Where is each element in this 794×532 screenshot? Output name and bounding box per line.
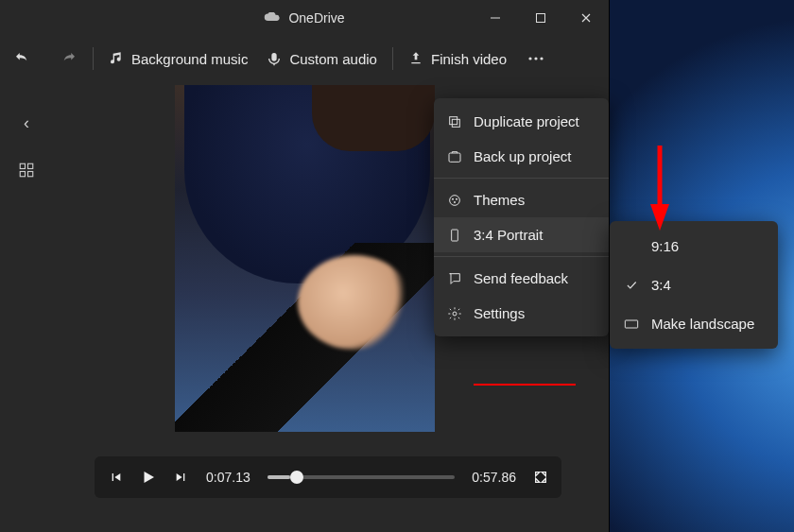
music-icon	[109, 51, 124, 66]
more-icon	[527, 56, 544, 61]
svg-rect-11	[449, 153, 460, 162]
svg-rect-1	[537, 14, 545, 23]
onedrive-icon	[264, 12, 281, 24]
submenu-label: 3:4	[651, 277, 671, 293]
menu-label: Send feedback	[474, 270, 568, 286]
video-editor-window: OneDrive Backg	[0, 0, 610, 532]
background-music-button[interactable]: Background music	[105, 45, 251, 73]
svg-rect-0	[491, 18, 500, 19]
aspect-make-landscape[interactable]: Make landscape	[610, 304, 778, 343]
playback-bar: 0:07.13 0:57.86	[95, 456, 561, 498]
custom-audio-button[interactable]: Custom audio	[263, 45, 381, 73]
titlebar: OneDrive	[0, 0, 609, 36]
themes-icon	[447, 193, 462, 208]
finish-video-label: Finish video	[431, 51, 507, 67]
svg-point-3	[534, 57, 537, 60]
svg-rect-9	[450, 116, 457, 124]
minimize-button[interactable]	[473, 0, 518, 36]
title-text: OneDrive	[288, 10, 344, 26]
feedback-icon	[447, 271, 462, 286]
menu-aspect-ratio[interactable]: 3:4 Portrait	[434, 217, 609, 252]
menu-label: 3:4 Portrait	[474, 227, 543, 243]
export-icon	[408, 51, 423, 66]
landscape-icon	[623, 318, 640, 330]
menu-separator	[434, 256, 609, 257]
video-preview[interactable]	[175, 85, 435, 432]
time-total: 0:57.86	[472, 470, 516, 485]
menu-settings[interactable]: Settings	[434, 296, 609, 331]
menu-backup-project[interactable]: Back up project	[434, 139, 609, 174]
duplicate-icon	[447, 114, 462, 129]
prev-frame-button[interactable]	[108, 470, 123, 485]
maximize-button[interactable]	[518, 0, 563, 36]
toolbar: Background music Custom audio Finish vid…	[0, 36, 609, 81]
background-music-label: Background music	[131, 51, 248, 67]
backup-icon	[447, 149, 462, 164]
settings-icon	[447, 306, 462, 321]
menu-duplicate-project[interactable]: Duplicate project	[434, 104, 609, 139]
svg-point-17	[453, 312, 457, 316]
close-button[interactable]	[563, 0, 609, 36]
menu-send-feedback[interactable]: Send feedback	[434, 261, 609, 296]
fullscreen-button[interactable]	[533, 470, 548, 485]
more-options-button[interactable]	[524, 50, 548, 67]
submenu-label: Make landscape	[651, 316, 754, 332]
custom-audio-label: Custom audio	[289, 51, 377, 67]
time-current: 0:07.13	[206, 470, 250, 485]
svg-point-12	[450, 195, 460, 205]
seek-slider[interactable]	[268, 475, 456, 479]
submenu-label: 9:16	[651, 238, 679, 254]
undo-button[interactable]	[9, 44, 34, 73]
toolbar-separator	[93, 47, 94, 70]
annotation-underline	[474, 384, 576, 386]
svg-rect-18	[625, 320, 637, 328]
next-frame-button[interactable]	[174, 470, 189, 485]
svg-point-2	[528, 57, 531, 60]
finish-video-button[interactable]: Finish video	[405, 45, 510, 73]
toolbar-separator	[392, 47, 393, 70]
aspect-9-16[interactable]: 9:16	[610, 227, 778, 266]
svg-point-15	[454, 201, 456, 203]
audio-icon	[267, 51, 282, 66]
menu-label: Themes	[474, 192, 525, 208]
menu-separator	[434, 178, 609, 179]
aspect-icon	[447, 228, 462, 243]
menu-label: Settings	[474, 305, 525, 321]
check-icon	[623, 279, 640, 292]
svg-rect-16	[452, 230, 458, 241]
menu-themes[interactable]: Themes	[434, 182, 609, 217]
menu-label: Back up project	[474, 148, 571, 164]
svg-rect-10	[452, 119, 459, 127]
redo-button[interactable]	[57, 44, 81, 73]
play-button[interactable]	[140, 469, 157, 486]
aspect-ratio-submenu: 9:16 3:4 Make landscape	[610, 221, 778, 349]
svg-point-13	[452, 197, 454, 199]
svg-point-4	[540, 57, 543, 60]
aspect-3-4[interactable]: 3:4	[610, 266, 778, 304]
more-options-menu: Duplicate project Back up project Themes…	[434, 98, 609, 336]
svg-point-14	[456, 197, 457, 199]
menu-label: Duplicate project	[474, 113, 579, 129]
